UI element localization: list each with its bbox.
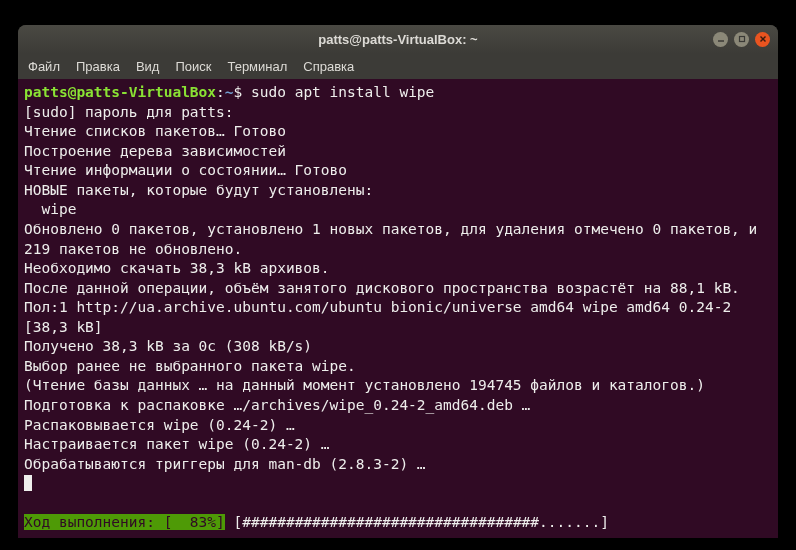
output-line: Построение дерева зависимостей bbox=[24, 142, 772, 162]
minimize-button[interactable] bbox=[713, 32, 728, 47]
prompt-line: patts@patts-VirtualBox:~$ sudo apt insta… bbox=[24, 83, 772, 103]
window-controls bbox=[713, 32, 770, 47]
output-line: Пол:1 http://ua.archive.ubuntu.com/ubunt… bbox=[24, 298, 772, 337]
prompt-colon: : bbox=[216, 84, 225, 100]
command-text: sudo apt install wipe bbox=[251, 84, 434, 100]
output-line: Обрабатываются триггеры для man-db (2.8.… bbox=[24, 455, 772, 475]
maximize-button[interactable] bbox=[734, 32, 749, 47]
titlebar: patts@patts-VirtualBox: ~ bbox=[18, 25, 778, 53]
prompt-path: ~ bbox=[225, 84, 234, 100]
menubar: Файл Правка Вид Поиск Терминал Справка bbox=[18, 53, 778, 79]
prompt-user-host: patts@patts-VirtualBox bbox=[24, 84, 216, 100]
output-line: [sudo] пароль для patts: bbox=[24, 103, 772, 123]
minimize-icon bbox=[717, 35, 725, 43]
menu-help[interactable]: Справка bbox=[303, 59, 354, 74]
progress-line-wrap: Ход выполнения: [ 83%] [################… bbox=[24, 513, 772, 533]
prompt-symbol: $ bbox=[234, 84, 251, 100]
progress-label: Ход выполнения: [ 83%] bbox=[24, 514, 225, 530]
output-line: Выбор ранее не выбранного пакета wipe. bbox=[24, 357, 772, 377]
window-title: patts@patts-VirtualBox: ~ bbox=[318, 32, 477, 47]
output-line: Подготовка к распаковке …/archives/wipe_… bbox=[24, 396, 772, 416]
output-line: НОВЫЕ пакеты, которые будут установлены: bbox=[24, 181, 772, 201]
output-line: (Чтение базы данных … на данный момент у… bbox=[24, 376, 772, 396]
output-line: Чтение информации о состоянии… Готово bbox=[24, 161, 772, 181]
menu-terminal[interactable]: Терминал bbox=[227, 59, 287, 74]
cursor bbox=[24, 475, 32, 491]
output-line: После данной операции, объём занятого ди… bbox=[24, 279, 772, 299]
menu-view[interactable]: Вид bbox=[136, 59, 160, 74]
terminal-window: patts@patts-VirtualBox: ~ Файл Правка Ви… bbox=[18, 25, 778, 538]
cursor-line bbox=[24, 474, 772, 494]
close-button[interactable] bbox=[755, 32, 770, 47]
output-line: Обновлено 0 пакетов, установлено 1 новых… bbox=[24, 220, 772, 259]
progress-bar: [##################################.....… bbox=[225, 514, 609, 530]
terminal-content[interactable]: patts@patts-VirtualBox:~$ sudo apt insta… bbox=[18, 79, 778, 538]
output-line: Настраивается пакет wipe (0.24-2) … bbox=[24, 435, 772, 455]
output-line: Распаковывается wipe (0.24-2) … bbox=[24, 416, 772, 436]
svg-rect-1 bbox=[739, 37, 744, 42]
output-line: wipe bbox=[24, 200, 772, 220]
menu-file[interactable]: Файл bbox=[28, 59, 60, 74]
output-line: Необходимо скачать 38,3 kB архивов. bbox=[24, 259, 772, 279]
output-line: Чтение списков пакетов… Готово bbox=[24, 122, 772, 142]
menu-search[interactable]: Поиск bbox=[175, 59, 211, 74]
close-icon bbox=[759, 35, 767, 43]
output-line: Получено 38,3 kB за 0с (308 kB/s) bbox=[24, 337, 772, 357]
menu-edit[interactable]: Правка bbox=[76, 59, 120, 74]
maximize-icon bbox=[738, 35, 746, 43]
